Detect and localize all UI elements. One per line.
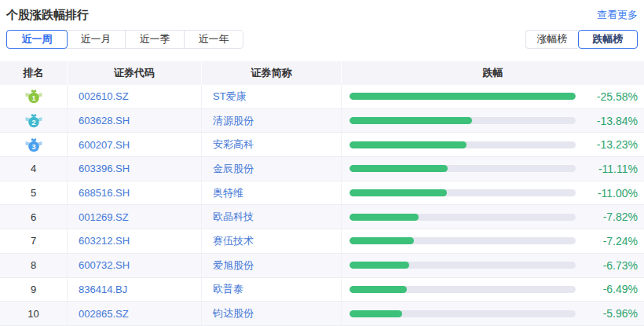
rank-cell: 3 [0,133,68,156]
change-bar-track [349,93,576,100]
change-bar-fill [349,214,419,221]
change-bar-track [349,117,576,124]
board-toggle-group: 涨幅榜 跌幅榜 [525,30,638,49]
tab-last-week[interactable]: 近一周 [6,30,68,49]
change-bar-track [349,237,576,244]
change-cell: -6.73% [342,254,644,277]
change-percent: -11.00% [576,187,644,200]
page-title: 个股涨跌幅排行 [6,8,89,23]
tab-last-year[interactable]: 近一年 [185,31,243,48]
rank-cell: 8 [0,254,68,277]
change-bar-track [349,262,576,269]
stock-rank-widget: 个股涨跌幅排行 查看更多 近一周 近一月 近一季 近一年 涨幅榜 跌幅榜 排名 … [0,0,644,326]
stock-name-link[interactable]: 欧晶科技 [202,205,342,229]
table-row: 9 836414.BJ 欧普泰 -6.49% [0,278,644,302]
change-percent: -13.84% [576,115,644,127]
change-bar-track [349,189,576,196]
svg-text:2: 2 [31,119,35,126]
table-row: 7 603212.SH 赛伍技术 -7.24% [0,229,644,254]
stock-code-link[interactable]: 688516.SH [68,181,202,205]
stock-code-link[interactable]: 001269.SZ [68,205,202,229]
stock-code-link[interactable]: 603396.SH [68,157,202,181]
rank-cell: 7 [0,229,68,253]
stock-code-link[interactable]: 600207.SH [68,133,202,156]
change-bar-fill [349,141,467,148]
stock-code-link[interactable]: 603628.SH [68,109,202,133]
change-cell: -7.82% [342,205,644,229]
rank-cell: 1 [0,85,68,108]
silver-medal-icon: 2 [24,113,43,128]
table-header-row: 排名 证券代码 证券简称 跌幅 [0,61,644,85]
table-body: 1 002610.SZ ST爱康 -25.58% 2 603628.SH 清源股… [0,85,644,326]
svg-text:3: 3 [31,142,35,150]
change-percent: -6.73% [576,259,644,272]
rank-cell: 9 [0,278,68,302]
change-cell: -5.96% [342,302,644,325]
change-cell: -25.58% [342,85,644,108]
rank-cell: 4 [0,157,68,181]
controls-row: 近一周 近一月 近一季 近一年 涨幅榜 跌幅榜 [0,30,644,61]
change-bar-fill [349,93,576,100]
table-row: 8 600732.SH 爱旭股份 -6.73% [0,254,644,278]
stock-name-link[interactable]: 赛伍技术 [202,229,342,253]
bronze-medal-icon: 3 [24,137,43,152]
rank-cell: 5 [0,181,68,205]
view-more-link[interactable]: 查看更多 [597,8,638,22]
column-header-code: 证券代码 [68,61,202,85]
table-row: 5 688516.SH 奥特维 -11.00% [0,181,644,206]
rank-cell: 6 [0,205,68,229]
change-bar-fill [349,117,472,124]
stock-code-link[interactable]: 600732.SH [68,254,202,277]
tab-last-month[interactable]: 近一月 [67,31,126,48]
change-bar-track [349,310,576,317]
stock-name-link[interactable]: 爱旭股份 [202,254,342,277]
change-bar-fill [349,286,407,293]
change-cell: -11.00% [342,181,644,205]
gold-medal-icon: 1 [24,89,43,104]
table-row: 4 603396.SH 金辰股份 -11.11% [0,157,644,181]
ranking-table: 排名 证券代码 证券简称 跌幅 1 002610.SZ ST爱康 -25.58%… [0,61,644,326]
stock-name-link[interactable]: 欧普泰 [202,278,342,302]
change-cell: -11.11% [342,157,644,181]
change-cell: -7.24% [342,229,644,253]
change-percent: -11.11% [576,163,644,175]
change-cell: -13.84% [342,109,644,133]
table-row: 3 600207.SH 安彩高科 -13.23% [0,133,644,157]
stock-name-link[interactable]: ST爱康 [202,85,342,108]
gainers-board-button[interactable]: 涨幅榜 [525,30,578,49]
change-percent: -7.82% [576,211,644,223]
change-bar-track [349,141,576,148]
stock-name-link[interactable]: 清源股份 [202,109,342,133]
stock-code-link[interactable]: 603212.SH [68,229,202,253]
change-bar-fill [349,189,447,196]
change-bar-fill [349,310,402,317]
change-bar-fill [349,237,414,244]
stock-name-link[interactable]: 奥特维 [202,181,342,205]
losers-board-button[interactable]: 跌幅榜 [578,30,638,49]
change-bar-track [349,214,576,221]
table-row: 2 603628.SH 清源股份 -13.84% [0,109,644,134]
change-percent: -25.58% [576,90,644,103]
stock-name-link[interactable]: 安彩高科 [202,133,342,156]
column-header-name: 证券简称 [202,61,342,85]
change-percent: -5.96% [576,307,644,320]
tab-last-quarter[interactable]: 近一季 [126,31,185,48]
stock-name-link[interactable]: 钧达股份 [202,302,342,325]
rank-cell: 10 [0,302,68,325]
change-percent: -13.23% [576,138,644,151]
stock-code-link[interactable]: 836414.BJ [68,278,202,302]
stock-name-link[interactable]: 金辰股份 [202,157,342,181]
change-cell: -13.23% [342,133,644,156]
change-bar-track [349,165,576,172]
period-tab-group: 近一周 近一月 近一季 近一年 [6,30,243,49]
change-percent: -7.24% [576,235,644,247]
change-bar-fill [349,262,409,269]
rank-cell: 2 [0,109,68,133]
stock-code-link[interactable]: 002865.SZ [68,302,202,325]
change-bar-fill [349,165,448,172]
change-percent: -6.49% [576,283,644,295]
stock-code-link[interactable]: 002610.SZ [68,85,202,108]
change-bar-track [349,286,576,293]
change-cell: -6.49% [342,278,644,302]
widget-header: 个股涨跌幅排行 查看更多 [0,0,644,30]
